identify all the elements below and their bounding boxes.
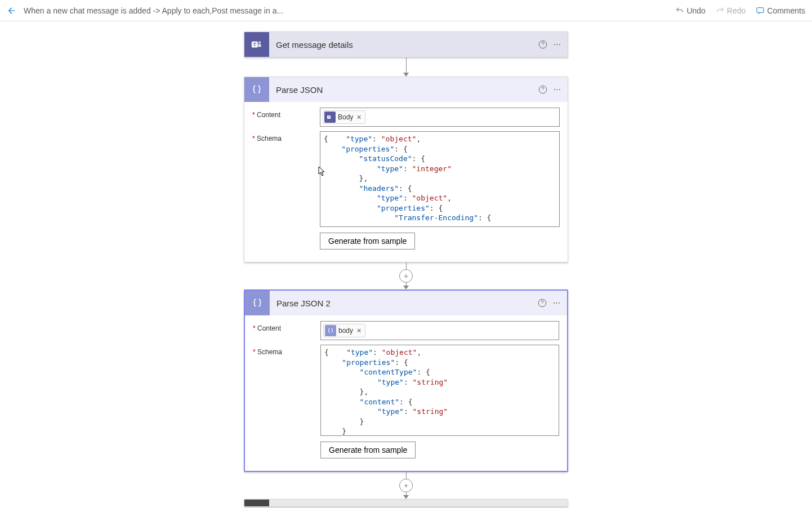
content-input[interactable]: body ✕	[320, 321, 559, 340]
help-icon[interactable]	[538, 39, 548, 50]
connector-arrow: +	[406, 472, 407, 499]
teams-icon: T	[244, 32, 269, 57]
card-title: Parse JSON	[269, 85, 538, 95]
schema-label: Schema	[252, 131, 320, 249]
content-label: Content	[253, 321, 320, 340]
svg-text:T: T	[253, 42, 256, 47]
schema-textarea[interactable]: { "type": "object", "properties": { "con…	[320, 345, 559, 436]
schema-label: Schema	[253, 345, 320, 458]
schema-textarea[interactable]: { "type": "object", "properties": { "sta…	[320, 131, 560, 227]
back-button[interactable]	[7, 6, 17, 16]
content-pill-body[interactable]: body ✕	[323, 324, 365, 337]
more-icon[interactable]: ···	[554, 84, 561, 95]
content-pill-body[interactable]: T Body ✕	[323, 110, 365, 124]
connector-arrow: +	[406, 262, 407, 289]
connector-arrow	[406, 57, 407, 77]
content-label: Content	[252, 108, 320, 127]
undo-label: Undo	[686, 6, 705, 15]
more-icon[interactable]: ···	[554, 39, 561, 50]
more-icon[interactable]: ···	[553, 298, 560, 308]
content-input[interactable]: T Body ✕	[320, 108, 560, 127]
card-title: Get message details	[269, 40, 538, 50]
top-actions: Undo Redo Comments	[675, 6, 805, 15]
pill-label: Body	[338, 113, 353, 121]
action-icon	[244, 500, 269, 507]
parse-json-icon	[245, 291, 270, 315]
help-icon[interactable]	[538, 84, 548, 95]
svg-rect-0	[757, 7, 764, 12]
add-step-button[interactable]: +	[399, 269, 413, 283]
svg-rect-4	[258, 44, 261, 47]
teams-icon: T	[324, 112, 336, 123]
action-card-get-message-details[interactable]: T Get message details ···	[244, 32, 568, 57]
parse-json-icon	[325, 325, 336, 336]
comments-label: Comments	[767, 6, 805, 15]
card-title: Parse JSON 2	[270, 298, 537, 308]
generate-from-sample-button[interactable]: Generate from sample	[320, 233, 415, 249]
generate-from-sample-button[interactable]: Generate from sample	[320, 442, 416, 458]
parse-json-icon	[244, 77, 269, 102]
pill-label: body	[338, 327, 353, 335]
svg-point-3	[258, 41, 261, 43]
pill-remove-icon[interactable]: ✕	[355, 327, 363, 335]
comments-button[interactable]: Comments	[756, 6, 805, 15]
pill-remove-icon[interactable]: ✕	[355, 114, 363, 121]
redo-label: Redo	[727, 6, 746, 15]
top-bar: When a new chat message is added -> Appl…	[0, 0, 812, 21]
action-card-parse-json[interactable]: Parse JSON ··· Content T Body ✕	[244, 77, 568, 262]
help-icon[interactable]	[537, 298, 547, 308]
action-card-next[interactable]	[244, 499, 568, 507]
undo-button[interactable]: Undo	[675, 6, 705, 15]
redo-button[interactable]: Redo	[716, 6, 746, 15]
action-card-parse-json-2[interactable]: Parse JSON 2 ··· Content body ✕	[244, 289, 568, 472]
flow-canvas: T Get message details ··· Parse JSON ···	[0, 21, 812, 508]
breadcrumb: When a new chat message is added -> Appl…	[24, 6, 675, 15]
svg-text:T: T	[328, 116, 330, 119]
add-step-button[interactable]: +	[399, 479, 413, 492]
